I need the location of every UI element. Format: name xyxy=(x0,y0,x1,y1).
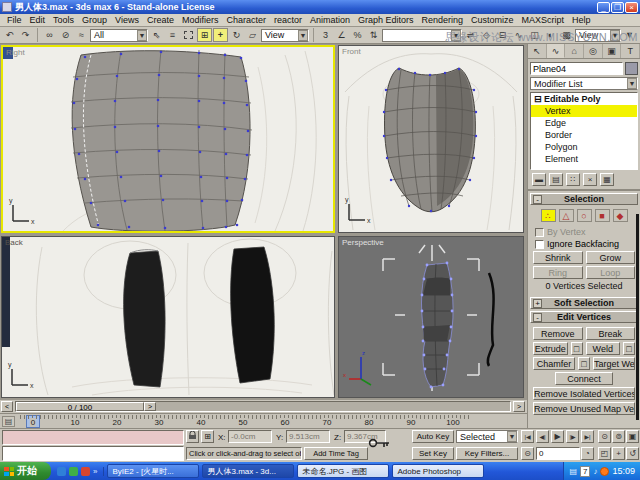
motion-tab-icon[interactable]: ◎ xyxy=(584,44,603,58)
zoom-extents-icon[interactable]: ▣ xyxy=(626,430,639,443)
dropdown-arrow-icon[interactable]: ▼ xyxy=(507,431,517,442)
printer-tray-icon[interactable]: ▤ xyxy=(569,467,577,476)
extrude-settings-icon[interactable]: □ xyxy=(571,342,583,355)
dropdown-arrow-icon[interactable]: ▼ xyxy=(298,30,308,41)
pan-view-icon[interactable]: + xyxy=(612,447,625,460)
window-crossing-icon[interactable]: ⊞ xyxy=(197,28,212,42)
menu-rendering[interactable]: Rendering xyxy=(418,15,468,25)
maxscript-mini-listener[interactable] xyxy=(2,446,184,461)
time-slider-right-arrow[interactable]: > xyxy=(144,402,156,411)
viewport-front[interactable]: yx Front xyxy=(338,45,524,233)
volume-tray-icon[interactable]: ♪ xyxy=(593,467,597,476)
menu-views[interactable]: Views xyxy=(111,15,143,25)
create-tab-icon[interactable]: ↖ xyxy=(528,44,547,58)
viewport-label-front[interactable]: Front xyxy=(342,47,361,56)
edit-vertices-rollout-header[interactable]: - Edit Vertices xyxy=(530,311,638,323)
collapse-icon[interactable]: - xyxy=(533,195,542,204)
modifier-list-dropdown[interactable]: Modifier List ▼ xyxy=(530,77,638,90)
y-coordinate-field[interactable]: 9.513cm xyxy=(286,430,330,443)
taskbar-task-browser[interactable]: ByIE2 - [火星时... xyxy=(107,464,199,478)
pin-stack-icon[interactable]: ▬ xyxy=(532,173,546,186)
percent-snap-icon[interactable]: % xyxy=(350,28,365,42)
weld-button[interactable]: Weld xyxy=(586,342,621,355)
absolute-offset-mode-icon[interactable]: ⊞ xyxy=(201,430,214,443)
snap-toggle-icon[interactable]: 3 xyxy=(318,28,333,42)
key-mode-toggle-icon[interactable]: ⊝ xyxy=(521,447,534,460)
redo-icon[interactable]: ↷ xyxy=(18,28,33,42)
menu-create[interactable]: Create xyxy=(143,15,178,25)
ignore-backfacing-checkbox[interactable] xyxy=(535,240,544,249)
viewport-label-right[interactable]: Right xyxy=(6,48,25,57)
viewport-perspective[interactable]: zx Perspective xyxy=(338,236,524,398)
select-and-scale-icon[interactable]: ▱ xyxy=(245,28,260,42)
stack-item-element[interactable]: Element xyxy=(531,153,637,165)
edge-subobject-icon[interactable]: △ xyxy=(559,209,574,222)
grow-button[interactable]: Grow xyxy=(586,251,636,264)
stack-item-editable-poly[interactable]: ⊟ Editable Poly xyxy=(531,93,637,105)
collapse-icon[interactable]: ⊟ xyxy=(534,94,542,104)
menu-edit[interactable]: Edit xyxy=(26,15,50,25)
break-button[interactable]: Break xyxy=(586,327,636,340)
start-button[interactable]: 开始 xyxy=(0,462,51,480)
selection-filter-dropdown[interactable]: All ▼ xyxy=(90,29,148,42)
minimize-button[interactable]: _ xyxy=(597,2,610,13)
menu-maxscript[interactable]: MAXScript xyxy=(518,15,569,25)
rectangular-selection-region-icon[interactable] xyxy=(181,28,196,42)
select-and-link-icon[interactable]: ∞ xyxy=(42,28,57,42)
menu-group[interactable]: Group xyxy=(78,15,111,25)
time-slider-track[interactable]: 0 / 100 > xyxy=(15,401,511,412)
maxscript-mini-listener-macro[interactable] xyxy=(2,430,184,445)
menu-modifiers[interactable]: Modifiers xyxy=(178,15,223,25)
key-filters-button[interactable]: Key Filters... xyxy=(456,447,518,460)
modify-tab-icon[interactable]: ∿ xyxy=(547,44,566,58)
selection-rollout-header[interactable]: - Selection xyxy=(530,193,638,205)
open-mini-curve-editor-icon[interactable]: ▤ xyxy=(2,416,15,427)
region-zoom-icon[interactable]: ◰ xyxy=(598,447,611,460)
quick-launch-ie-icon[interactable] xyxy=(57,467,66,476)
stack-item-edge[interactable]: Edge xyxy=(531,117,637,129)
shrink-button[interactable]: Shrink xyxy=(533,251,583,264)
zoom-icon[interactable]: ⊙ xyxy=(598,430,611,443)
previous-frame-icon[interactable]: ◀| xyxy=(536,430,549,443)
object-name-field[interactable]: Plane04 xyxy=(530,62,623,75)
by-vertex-checkbox[interactable] xyxy=(535,228,544,237)
weld-settings-icon[interactable]: □ xyxy=(623,342,635,355)
time-slider-left-arrow[interactable]: < xyxy=(1,401,13,412)
viewport-label-back[interactable]: Back xyxy=(5,238,23,247)
make-unique-icon[interactable]: ∷ xyxy=(566,173,580,186)
taskbar-task-3dsmax[interactable]: 男人体3.max - 3d... xyxy=(202,464,294,478)
spinner-snap-icon[interactable]: ⇅ xyxy=(366,28,381,42)
time-slider-end-arrow[interactable]: > xyxy=(513,401,525,412)
connect-button[interactable]: Connect xyxy=(555,372,613,385)
show-end-result-icon[interactable]: ▤ xyxy=(549,173,563,186)
stack-item-border[interactable]: Border xyxy=(531,129,637,141)
quick-launch-media-icon[interactable] xyxy=(69,467,78,476)
chamfer-button[interactable]: Chamfer xyxy=(533,357,575,370)
hierarchy-tab-icon[interactable]: ⌂ xyxy=(565,44,584,58)
auto-key-button[interactable]: Auto Key xyxy=(412,430,454,443)
viewport-label-perspective[interactable]: Perspective xyxy=(342,238,384,247)
set-key-button[interactable]: Set Key xyxy=(412,447,454,460)
select-by-name-icon[interactable]: ≡ xyxy=(165,28,180,42)
restore-button[interactable]: ❐ xyxy=(611,2,624,13)
border-subobject-icon[interactable]: ○ xyxy=(577,209,592,222)
remove-button[interactable]: Remove xyxy=(533,327,583,340)
panel-scrollbar[interactable] xyxy=(636,214,639,420)
quick-launch-more-icon[interactable]: » xyxy=(93,467,97,476)
qq-messenger-tray-icon[interactable] xyxy=(600,467,609,476)
menu-tools[interactable]: Tools xyxy=(49,15,78,25)
chamfer-settings-icon[interactable]: □ xyxy=(578,357,590,370)
polygon-subobject-icon[interactable]: ■ xyxy=(595,209,610,222)
select-object-icon[interactable]: ⇖ xyxy=(149,28,164,42)
x-coordinate-field[interactable]: -0.0cm xyxy=(228,430,272,443)
input-method-tray-icon[interactable]: 7 xyxy=(580,466,590,477)
unlink-selection-icon[interactable]: ⊘ xyxy=(58,28,73,42)
vertex-subobject-icon[interactable]: ∴ xyxy=(541,209,556,222)
track-bar-ruler[interactable]: 0 10 20 30 40 50 60 70 80 90 100 xyxy=(20,415,470,428)
menu-customize[interactable]: Customize xyxy=(467,15,518,25)
remove-isolated-vertices-button[interactable]: Remove Isolated Vertices xyxy=(533,387,635,400)
menu-reactor[interactable]: reactor xyxy=(270,15,306,25)
selection-lock-icon[interactable] xyxy=(186,430,199,443)
remove-modifier-icon[interactable]: × xyxy=(583,173,597,186)
target-weld-button[interactable]: Target Weld xyxy=(593,357,635,370)
